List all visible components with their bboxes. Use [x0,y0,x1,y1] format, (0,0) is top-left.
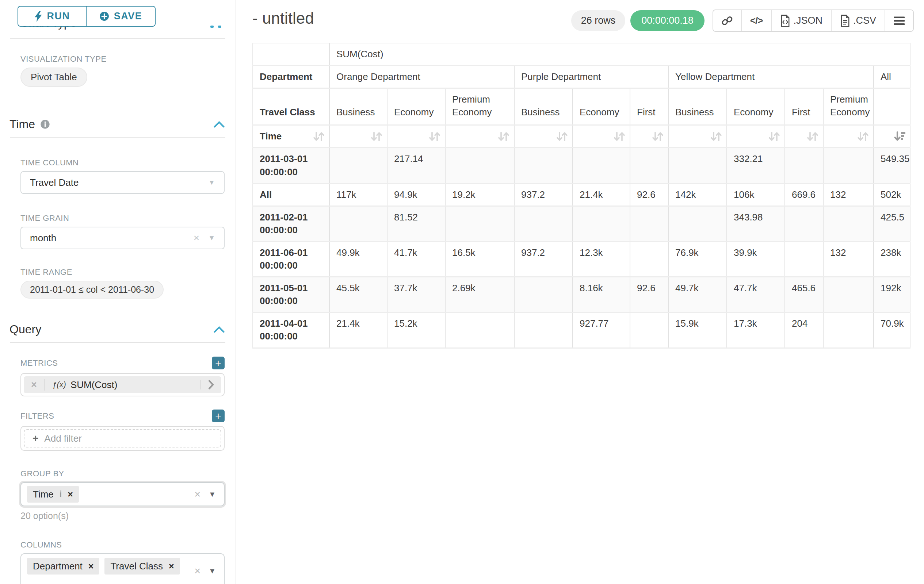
pivot-value-cell [445,148,514,183]
pivot-class-axis-label: Travel Class [253,88,330,125]
sort-toggle-icon[interactable] [856,130,870,143]
more-menu-button[interactable] [884,10,913,31]
save-button[interactable]: SAVE [87,7,155,26]
sort-toggle-icon[interactable] [370,130,383,143]
sort-toggle-icon[interactable] [768,130,781,143]
pivot-sort-cell [630,125,668,148]
columns-chip-department[interactable]: Department × [27,558,99,574]
query-section-header[interactable]: Query [10,322,224,336]
caret-down-icon[interactable]: ▼ [208,490,216,498]
pivot-row-label: 2011-02-01 00:00:00 [253,206,330,241]
visualization-type-label: VISUALIZATION TYPE [20,54,225,64]
code-icon: </> [750,15,763,26]
pivot-value-cell: 21.4k [330,313,387,348]
pivot-value-cell: 21.4k [573,183,630,206]
columns-label: COLUMNS [20,540,225,550]
pivot-value-cell [445,206,514,241]
pivot-value-cell [630,241,668,277]
caret-down-icon[interactable]: ▼ [208,567,216,575]
visualization-type-value[interactable]: Pivot Table [20,67,87,87]
pivot-value-cell: 927.77 [573,313,630,348]
pivot-value-cell [785,241,823,277]
pivot-sort-cell [874,125,910,148]
columns-select[interactable]: Department × Travel Class × × ▼ [20,553,224,584]
pivot-value-cell [668,148,727,183]
export-json-button[interactable]: .JSON [771,10,831,31]
function-icon: ƒ(x) [52,380,66,390]
pivot-sort-cell [445,125,514,148]
pivot-value-cell [573,206,630,241]
pivot-table-container: SUM(Cost)DepartmentOrange DepartmentPurp… [252,43,924,349]
pivot-sort-cell [823,125,874,148]
pivot-value-cell [785,148,823,183]
sort-toggle-icon[interactable] [556,130,569,143]
export-button-group: </> .JSON [713,10,914,32]
copy-link-button[interactable] [713,10,741,31]
pivot-value-cell: 425.5 [874,206,910,241]
sort-desc-icon[interactable] [893,130,906,143]
pivot-value-cell: 332.21 [727,148,785,183]
csv-file-icon [840,15,850,27]
csv-button-label: .CSV [853,15,876,26]
pivot-group-header: Orange Department [330,66,514,88]
remove-chip-icon[interactable]: × [88,561,94,572]
time-range-value[interactable]: 2011-01-01 ≤ col < 2011-06-30 [20,281,163,299]
time-section-header[interactable]: Time [10,118,224,131]
chevron-up-icon[interactable] [214,121,224,128]
pivot-value-cell: 8.16k [573,277,630,313]
add-filter-button[interactable]: + [212,410,224,422]
time-grain-value: month [30,232,56,244]
add-filter-dropzone[interactable]: + Add filter [24,429,221,447]
sort-toggle-icon[interactable] [428,130,441,143]
link-icon [722,15,733,26]
expand-metric-icon[interactable] [200,380,221,390]
metric-chip[interactable]: × ƒ(x) SUM(Cost) [24,376,221,393]
pivot-value-cell [514,206,573,241]
chart-title[interactable]: - untitled [252,10,314,27]
group-by-label: GROUP BY [20,469,225,479]
export-csv-button[interactable]: .CSV [831,10,884,31]
group-by-chip-time[interactable]: Time i × [27,486,79,503]
sort-toggle-icon[interactable] [651,130,664,143]
sort-toggle-icon[interactable] [710,130,723,143]
pivot-class-header: Business [668,88,727,125]
clear-icon[interactable]: × [193,233,200,243]
view-query-button[interactable]: </> [741,10,771,31]
remove-chip-icon[interactable]: × [169,561,174,572]
time-column-select[interactable]: Travel Date ▼ [20,171,224,194]
pivot-value-cell: 16.5k [445,241,514,277]
pivot-sort-cell [668,125,727,148]
sort-toggle-icon[interactable] [613,130,626,143]
sort-toggle-icon[interactable] [806,130,819,143]
sort-toggle-icon[interactable] [312,130,325,143]
pivot-value-cell [785,206,823,241]
control-panel: Chart Type RUN SAVE [0,0,236,584]
remove-metric-icon[interactable]: × [24,379,45,391]
section-divider [10,38,225,39]
time-column-value: Travel Date [30,177,79,188]
section-divider [10,137,225,138]
pivot-value-cell [823,148,874,183]
group-by-select[interactable]: Time i × × ▼ [20,482,224,506]
pivot-row-label: 2011-04-01 00:00:00 [253,313,330,348]
remove-chip-icon[interactable]: × [68,489,73,500]
pivot-value-cell: 81.52 [387,206,445,241]
add-metric-button[interactable]: + [212,357,224,369]
pivot-data-row: 2011-05-01 00:00:0045.5k37.7k2.69k8.16k9… [253,277,910,313]
pivot-value-cell: 94.9k [387,183,445,206]
pivot-value-cell [573,148,630,183]
run-button[interactable]: RUN [18,7,87,26]
sort-toggle-icon[interactable] [497,130,510,143]
time-grain-select[interactable]: month × ▼ [20,227,224,249]
pivot-sort-cell [514,125,573,148]
columns-chip-travel-class[interactable]: Travel Class × [104,558,180,574]
time-axis-label: Time [260,131,282,141]
chevron-up-icon[interactable] [214,326,224,333]
clear-icon[interactable]: × [194,489,201,500]
pivot-class-header: First [785,88,823,125]
clear-icon[interactable]: × [194,566,201,576]
pivot-class-header: Business [514,88,573,125]
query-timer-badge: 00:00:00.18 [630,10,705,31]
pivot-class-header [874,88,910,125]
pivot-value-cell: 669.6 [785,183,823,206]
